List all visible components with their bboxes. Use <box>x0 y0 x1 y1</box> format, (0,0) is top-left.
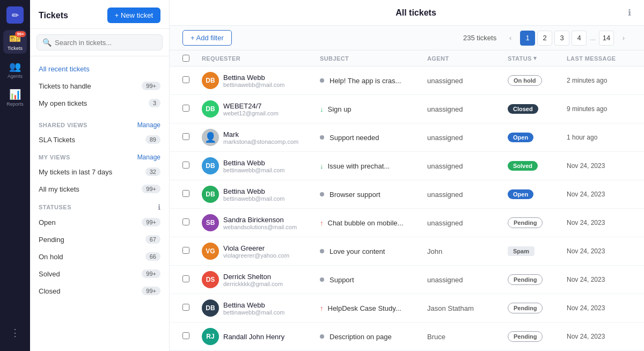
my-views-label: MY VIEWS <box>39 154 70 160</box>
ticket-checkbox[interactable] <box>182 76 189 83</box>
ticket-checkbox[interactable] <box>182 133 189 140</box>
ticket-checkbox[interactable] <box>182 105 189 112</box>
table-row[interactable]: 👤 Mark markstona@stonacomp.com Support n… <box>170 123 644 152</box>
row-checkbox[interactable] <box>182 218 202 227</box>
status-cell: Open <box>508 189 567 199</box>
main-title: All tickets <box>204 8 628 18</box>
row-checkbox[interactable] <box>182 247 202 255</box>
my-tickets-last-7-days-count: 32 <box>145 167 160 176</box>
sidebar-item-reports[interactable]: 📊 Reports <box>3 86 27 109</box>
ticket-checkbox[interactable] <box>182 332 189 339</box>
sidebar-item-pending[interactable]: Pending67 <box>30 231 169 248</box>
row-checkbox[interactable] <box>182 275 202 284</box>
sidebar-item-more[interactable]: ⋮ <box>3 321 27 345</box>
ticket-checkbox[interactable] <box>182 275 189 282</box>
on-hold-label: On hold <box>39 253 63 261</box>
requester-cell: 👤 Mark markstona@stonacomp.com <box>202 129 320 146</box>
sidebar-item-tickets-to-handle[interactable]: Tickets to handle 99+ <box>30 77 169 94</box>
avatar: DB <box>202 72 219 89</box>
status-cell: Pending <box>508 217 567 228</box>
my-views-manage[interactable]: Manage <box>137 153 160 161</box>
add-filter-button[interactable]: + Add filter <box>182 30 232 46</box>
row-checkbox[interactable] <box>182 76 202 85</box>
col-requester: REQUESTER <box>202 55 320 62</box>
page-4-button[interactable]: 4 <box>572 31 587 46</box>
reports-icon: 📊 <box>9 89 21 100</box>
table-row[interactable]: RJ Randall John Henry Description on pag… <box>170 323 644 351</box>
col-agent: AGENT <box>427 55 508 62</box>
avatar: RJ <box>202 328 219 345</box>
subject-cell: ↑ Chat bubble on mobile... <box>320 219 427 227</box>
subject-cell: Browser support <box>320 191 427 199</box>
all-recent-section: All recent tickets Tickets to handle 99+… <box>30 56 169 116</box>
row-checkbox[interactable] <box>182 332 202 341</box>
reports-label: Reports <box>6 101 24 107</box>
sidebar-item-solved[interactable]: Solved99+ <box>30 265 169 282</box>
row-checkbox[interactable] <box>182 162 202 170</box>
subject-text: Support needed <box>330 134 379 142</box>
ticket-checkbox[interactable] <box>182 190 189 197</box>
more-icon: ⋮ <box>10 327 20 339</box>
all-recent-tickets-link[interactable]: All recent tickets <box>30 61 169 77</box>
page-2-button[interactable]: 2 <box>537 31 552 46</box>
pending-label: Pending <box>39 236 64 244</box>
table-row[interactable]: DB Bettina Webb bettinawebb@mail.com Hel… <box>170 67 644 95</box>
last-message-cell: Nov 24, 2023 <box>567 276 644 283</box>
sidebar-item-agents[interactable]: 👥 Agents <box>3 58 27 82</box>
sidebar-item-my-tickets-last-7-days[interactable]: My tickets in last 7 days 32 <box>30 163 169 180</box>
ticket-checkbox[interactable] <box>182 218 189 225</box>
table-row[interactable]: SB Sandra Birickenson webandsolutions@ma… <box>170 209 644 237</box>
all-my-tickets-label: All my tickets <box>39 185 79 193</box>
row-checkbox[interactable] <box>182 304 202 312</box>
prev-page-button[interactable]: ‹ <box>503 31 518 46</box>
table-row[interactable]: DB Bettina Webb bettinawebb@mail.com ↑ H… <box>170 294 644 323</box>
last-message-cell: Nov 24, 2023 <box>567 162 644 170</box>
agent-cell: Jason Statham <box>427 304 508 312</box>
shared-views-manage[interactable]: Manage <box>137 121 160 129</box>
last-message-cell: Nov 24, 2023 <box>567 247 644 255</box>
subject-cell: Love your content <box>320 247 427 255</box>
table-row[interactable]: VG Viola Greerer violagreerer@yahoo.com … <box>170 237 644 266</box>
page-14-button[interactable]: 14 <box>599 31 614 46</box>
sidebar-item-all-my-tickets[interactable]: All my tickets 99+ <box>30 180 169 198</box>
page-1-button[interactable]: 1 <box>520 31 535 46</box>
agent-cell: unassigned <box>427 162 508 170</box>
row-checkbox[interactable] <box>182 133 202 142</box>
next-page-button[interactable]: › <box>616 31 631 46</box>
table-row[interactable]: DB Bettina Webb bettinawebb@mail.com Bro… <box>170 180 644 209</box>
col-status[interactable]: STATUS ▾ <box>508 55 567 62</box>
ticket-checkbox[interactable] <box>182 162 189 169</box>
page-3-button[interactable]: 3 <box>554 31 569 46</box>
statuses-header: STATUSES ℹ <box>30 198 169 214</box>
last-message-cell: Nov 24, 2023 <box>567 333 644 340</box>
table-row[interactable]: DB Bettina Webb bettinawebb@mail.com ↓ I… <box>170 152 644 180</box>
sidebar-item-on-hold[interactable]: On hold66 <box>30 248 169 265</box>
search-input[interactable] <box>55 39 157 47</box>
col-subject: SUBJECT <box>320 55 427 62</box>
select-all-checkbox[interactable] <box>182 55 189 62</box>
status-cell: On hold <box>508 75 567 86</box>
requester-cell: DB Bettina Webb bettinawebb@mail.com <box>202 157 320 174</box>
requester-cell: DS Derrick Shelton derrickkkk@gmail.com <box>202 271 320 288</box>
app-logo[interactable]: ✏ <box>6 6 24 24</box>
status-cell: Pending <box>508 303 567 313</box>
ticket-checkbox[interactable] <box>182 304 189 311</box>
sidebar-item-tickets[interactable]: 🎫 Tickets 99+ <box>3 30 27 54</box>
new-ticket-button[interactable]: + New ticket <box>107 8 160 23</box>
table-row[interactable]: DS Derrick Shelton derrickkkk@gmail.com … <box>170 266 644 294</box>
tickets-badge: 99+ <box>15 31 26 37</box>
requester-cell: RJ Randall John Henry <box>202 328 320 345</box>
ticket-checkbox[interactable] <box>182 247 189 254</box>
table-row[interactable]: DB WEBET24/7 webet12@gmail.com ↓ Sign up… <box>170 95 644 123</box>
row-checkbox[interactable] <box>182 190 202 199</box>
search-bar: 🔍 <box>30 29 169 56</box>
sidebar-item-closed[interactable]: Closed99+ <box>30 282 169 299</box>
sidebar-item-open[interactable]: Open99+ <box>30 214 169 231</box>
last-message-cell: Nov 24, 2023 <box>567 219 644 226</box>
status-cell: Spam <box>508 246 567 256</box>
last-message-cell: 1 hour ago <box>567 134 644 141</box>
row-checkbox[interactable] <box>182 105 202 113</box>
avatar: DS <box>202 271 219 288</box>
sidebar-item-sla-tickets[interactable]: SLA Tickets 89 <box>30 131 169 148</box>
sidebar-item-my-open-tickets[interactable]: My open tickets 3 <box>30 94 169 112</box>
